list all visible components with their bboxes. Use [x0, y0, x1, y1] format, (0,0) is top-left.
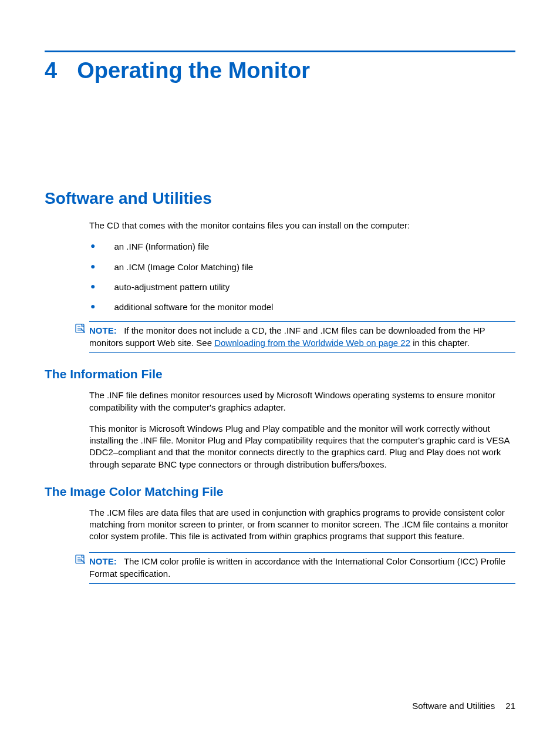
- list-item: ● an .INF (Information) file: [89, 241, 515, 253]
- section2-para1: The .INF file defines monitor resources …: [89, 389, 515, 414]
- bullet-icon: ●: [90, 241, 95, 251]
- note-label: NOTE:: [89, 556, 117, 566]
- section-heading-software-utilities: Software and Utilities: [45, 189, 515, 208]
- bullet-text: auto-adjustment pattern utility: [114, 281, 230, 293]
- section1-intro: The CD that comes with the monitor conta…: [89, 220, 515, 231]
- chapter-rule: [45, 51, 515, 52]
- bullet-text: additional software for the monitor mode…: [114, 301, 273, 313]
- bullet-icon: ●: [90, 281, 95, 291]
- footer-section: Software and Utilities: [412, 701, 495, 711]
- chapter-header: 4 Operating the Monitor: [45, 58, 515, 83]
- list-item: ● auto-adjustment pattern utility: [89, 281, 515, 293]
- chapter-number: 4: [45, 58, 57, 83]
- section3-para1: The .ICM files are data files that are u…: [89, 507, 515, 543]
- note-label: NOTE:: [89, 325, 117, 335]
- bullet-text: an .INF (Information) file: [114, 241, 209, 253]
- note-link[interactable]: Downloading from the Worldwide Web on pa…: [214, 338, 410, 348]
- bullet-text: an .ICM (Image Color Matching) file: [114, 261, 253, 273]
- note-icon: [75, 555, 86, 564]
- chapter-title: Operating the Monitor: [77, 58, 310, 83]
- note-text: The ICM color profile is written in acco…: [89, 556, 505, 579]
- note-icon: [75, 324, 86, 333]
- section-heading-icm-file: The Image Color Matching File: [45, 485, 515, 499]
- bullet-icon: ●: [90, 301, 95, 311]
- note-box: NOTE: The ICM color profile is written i…: [89, 552, 515, 584]
- section-heading-information-file: The Information File: [45, 367, 515, 381]
- page-footer: Software and Utilities 21: [412, 701, 515, 711]
- note-box: NOTE: If the monitor does not include a …: [89, 321, 515, 353]
- list-item: ● an .ICM (Image Color Matching) file: [89, 261, 515, 273]
- bullet-list: ● an .INF (Information) file ● an .ICM (…: [89, 241, 515, 313]
- list-item: ● additional software for the monitor mo…: [89, 301, 515, 313]
- bullet-icon: ●: [90, 261, 95, 271]
- footer-page-number: 21: [505, 701, 515, 711]
- document-page: 4 Operating the Monitor Software and Uti…: [0, 0, 560, 625]
- section2-para2: This monitor is Microsoft Windows Plug a…: [89, 423, 515, 471]
- note-text-after: in this chapter.: [410, 338, 470, 348]
